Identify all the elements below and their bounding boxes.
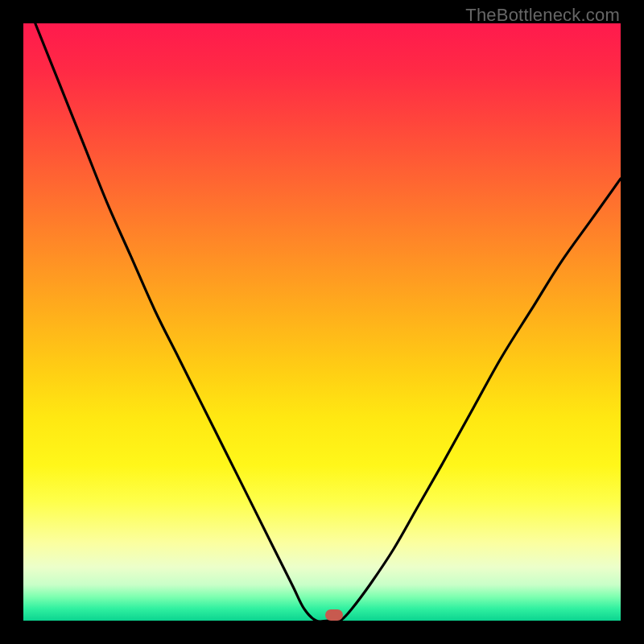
chart-frame: TheBottleneck.com	[0, 0, 644, 644]
plot-area	[23, 23, 621, 621]
optimum-marker	[325, 609, 343, 621]
bottleneck-curve	[23, 23, 621, 621]
